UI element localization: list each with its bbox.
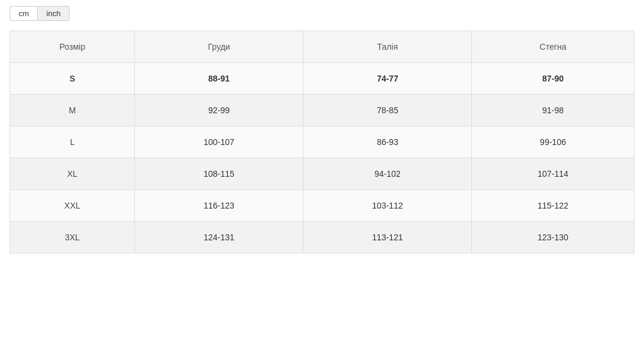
cell-chest: 108-115: [135, 158, 303, 190]
cell-waist: 94-102: [303, 158, 472, 190]
header-hips: Стегна: [472, 31, 634, 63]
cell-hips: 91-98: [472, 95, 634, 126]
header-size: Розмір: [10, 31, 135, 63]
cell-size: XL: [10, 158, 135, 190]
inch-button[interactable]: inch: [37, 6, 70, 21]
cell-waist: 103-112: [303, 190, 472, 222]
table-header-row: Розмір Груди Талія Стегна: [10, 31, 634, 63]
cell-waist: 113-121: [303, 222, 472, 254]
unit-toggle-group: cm inch: [10, 6, 634, 21]
cell-hips: 99-106: [472, 126, 634, 158]
table-row: M92-9978-8591-98: [10, 95, 634, 126]
cell-chest: 88-91: [135, 63, 303, 95]
cell-size: L: [10, 126, 135, 158]
cell-waist: 78-85: [303, 95, 472, 126]
cell-size: M: [10, 95, 135, 126]
cell-chest: 124-131: [135, 222, 303, 254]
cell-waist: 86-93: [303, 126, 472, 158]
header-chest: Груди: [135, 31, 303, 63]
table-row: S88-9174-7787-90: [10, 63, 634, 95]
cell-chest: 116-123: [135, 190, 303, 222]
table-row: XXL116-123103-112115-122: [10, 190, 634, 222]
table-row: 3XL124-131113-121123-130: [10, 222, 634, 254]
cell-size: S: [10, 63, 135, 95]
cell-hips: 115-122: [472, 190, 634, 222]
cell-chest: 92-99: [135, 95, 303, 126]
cell-hips: 107-114: [472, 158, 634, 190]
cell-hips: 87-90: [472, 63, 634, 95]
table-row: XL108-11594-102107-114: [10, 158, 634, 190]
cm-button[interactable]: cm: [10, 6, 37, 21]
table-row: L100-10786-9399-106: [10, 126, 634, 158]
size-chart-table: Розмір Груди Талія Стегна S88-9174-7787-…: [10, 31, 634, 254]
cell-size: XXL: [10, 190, 135, 222]
cell-waist: 74-77: [303, 63, 472, 95]
cell-chest: 100-107: [135, 126, 303, 158]
cell-size: 3XL: [10, 222, 135, 254]
cell-hips: 123-130: [472, 222, 634, 254]
header-waist: Талія: [303, 31, 472, 63]
